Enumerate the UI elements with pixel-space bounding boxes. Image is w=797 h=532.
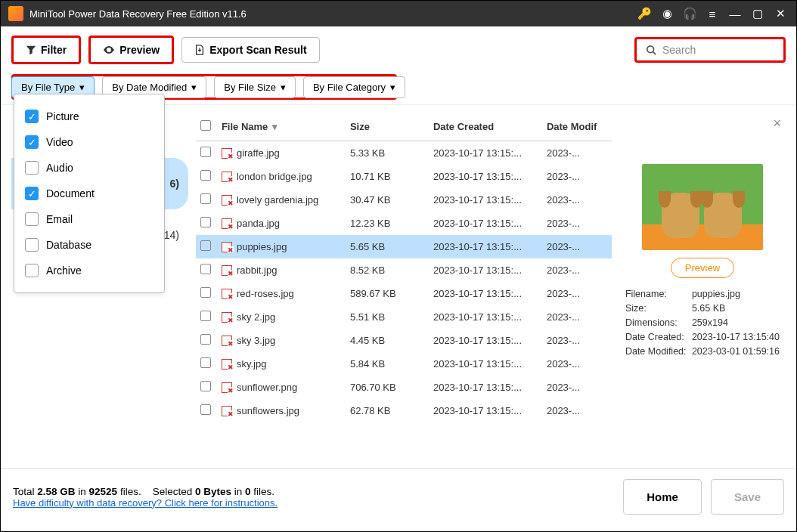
checkbox-icon[interactable] bbox=[25, 212, 39, 226]
file-name: sky.jpg bbox=[237, 358, 267, 370]
close-preview-button[interactable]: × bbox=[773, 116, 781, 131]
sort-icon[interactable]: ▾ bbox=[272, 121, 278, 132]
status-bar: Total 2.58 GB in 92525 files. Selected 0… bbox=[1, 468, 796, 525]
file-size: 5.65 KB bbox=[350, 241, 433, 252]
disc-icon[interactable]: ◉ bbox=[659, 5, 675, 22]
minimize-button[interactable]: — bbox=[727, 5, 743, 22]
app-title: MiniTool Power Data Recovery Free Editio… bbox=[29, 8, 630, 20]
help-link[interactable]: Have difficulty with data recovery? Clic… bbox=[13, 497, 278, 509]
meta-modified-label: Date Modified: bbox=[625, 346, 692, 357]
checkbox-icon[interactable]: ✓ bbox=[25, 187, 39, 200]
home-button[interactable]: Home bbox=[623, 479, 702, 515]
filetype-option-label: Picture bbox=[46, 110, 79, 122]
file-icon bbox=[222, 265, 232, 276]
row-checkbox[interactable] bbox=[200, 357, 211, 368]
row-checkbox[interactable] bbox=[200, 193, 211, 204]
row-checkbox[interactable] bbox=[200, 240, 211, 251]
file-row[interactable]: sunflower.png 706.70 KB 2023-10-17 13:15… bbox=[196, 376, 612, 399]
file-created: 2023-10-17 13:15:... bbox=[433, 171, 547, 182]
filetype-option-database[interactable]: Database bbox=[25, 232, 154, 258]
file-row[interactable]: panda.jpg 12.23 KB 2023-10-17 13:15:... … bbox=[196, 212, 612, 235]
open-preview-button[interactable]: Preview bbox=[671, 258, 734, 278]
row-checkbox[interactable] bbox=[200, 170, 211, 181]
export-button[interactable]: Export Scan Result bbox=[181, 37, 319, 63]
checkbox-icon[interactable] bbox=[25, 161, 39, 175]
close-button[interactable]: ✕ bbox=[772, 5, 789, 22]
filter-button[interactable]: Filter bbox=[11, 36, 81, 64]
file-size: 5.51 KB bbox=[350, 311, 433, 323]
row-checkbox[interactable] bbox=[200, 334, 211, 345]
key-icon[interactable]: 🔑 bbox=[636, 5, 653, 22]
file-row[interactable]: sky.jpg 5.84 KB 2023-10-17 13:15:... 202… bbox=[196, 352, 612, 376]
file-icon bbox=[222, 312, 232, 323]
row-checkbox[interactable] bbox=[200, 311, 211, 321]
file-created: 2023-10-17 13:15:... bbox=[433, 147, 547, 159]
filetype-option-video[interactable]: ✓Video bbox=[25, 129, 154, 155]
file-created: 2023-10-17 13:15:... bbox=[433, 218, 547, 229]
row-checkbox[interactable] bbox=[200, 381, 211, 391]
meta-modified-value: 2023-03-01 01:59:16 bbox=[692, 346, 780, 357]
file-row[interactable]: puppies.jpg 5.65 KB 2023-10-17 13:15:...… bbox=[196, 235, 612, 258]
filter-by-file-size[interactable]: By File Size ▾ bbox=[214, 76, 296, 98]
row-checkbox[interactable] bbox=[200, 264, 211, 274]
file-name: sky 2.jpg bbox=[237, 311, 275, 323]
file-row[interactable]: london bridge.jpg 10.71 KB 2023-10-17 13… bbox=[196, 165, 612, 188]
file-name: giraffe.jpg bbox=[237, 147, 280, 159]
headphones-icon[interactable]: 🎧 bbox=[681, 5, 698, 22]
file-modified: 2023-... bbox=[547, 288, 607, 299]
maximize-button[interactable]: ▢ bbox=[749, 5, 766, 22]
meta-filename-label: Filename: bbox=[625, 289, 692, 299]
file-row[interactable]: giraffe.jpg 5.33 KB 2023-10-17 13:15:...… bbox=[196, 141, 612, 165]
search-input[interactable]: Search bbox=[634, 37, 786, 63]
export-label: Export Scan Result bbox=[209, 44, 306, 56]
meta-created-label: Date Created: bbox=[625, 332, 692, 342]
filetype-option-picture[interactable]: ✓Picture bbox=[25, 104, 154, 129]
file-name: lovely gardenia.jpg bbox=[237, 194, 318, 206]
file-row[interactable]: sunflowers.jpg 62.78 KB 2023-10-17 13:15… bbox=[196, 399, 612, 422]
filetype-option-label: Archive bbox=[46, 264, 82, 277]
save-button[interactable]: Save bbox=[711, 479, 784, 515]
col-size[interactable]: Size bbox=[350, 121, 370, 132]
file-modified: 2023-... bbox=[547, 311, 607, 323]
eye-icon bbox=[103, 45, 115, 55]
file-row[interactable]: red-roses.jpg 589.67 KB 2023-10-17 13:15… bbox=[196, 282, 612, 305]
row-checkbox[interactable] bbox=[200, 404, 211, 415]
file-modified: 2023-... bbox=[547, 358, 607, 370]
preview-button[interactable]: Preview bbox=[88, 36, 174, 64]
filter-by-file-category[interactable]: By File Category ▾ bbox=[303, 76, 405, 98]
col-name[interactable]: File Name bbox=[222, 121, 268, 132]
filetype-option-archive[interactable]: Archive bbox=[25, 258, 154, 283]
file-size: 4.45 KB bbox=[350, 335, 433, 346]
preview-pane: × Preview Filename: puppies.jpg Size: 5.… bbox=[619, 113, 786, 460]
row-checkbox[interactable] bbox=[200, 217, 211, 227]
filetype-option-label: Database bbox=[46, 239, 91, 251]
file-row[interactable]: sky 3.jpg 4.45 KB 2023-10-17 13:15:... 2… bbox=[196, 329, 612, 352]
checkbox-icon[interactable] bbox=[25, 264, 39, 277]
file-size: 5.33 KB bbox=[350, 147, 433, 159]
filetype-option-audio[interactable]: Audio bbox=[25, 155, 154, 181]
col-created[interactable]: Date Created bbox=[433, 121, 494, 132]
search-placeholder: Search bbox=[662, 44, 696, 56]
file-modified: 2023-... bbox=[547, 147, 607, 159]
filetype-option-email[interactable]: Email bbox=[25, 206, 154, 232]
menu-icon[interactable]: ≡ bbox=[704, 5, 721, 22]
file-row[interactable]: sky 2.jpg 5.51 KB 2023-10-17 13:15:... 2… bbox=[196, 305, 612, 329]
file-row[interactable]: lovely gardenia.jpg 30.47 KB 2023-10-17 … bbox=[196, 188, 612, 212]
file-row[interactable]: rabbit.jpg 8.52 KB 2023-10-17 13:15:... … bbox=[196, 258, 612, 282]
meta-created-value: 2023-10-17 13:15:40 bbox=[692, 332, 780, 342]
col-modified[interactable]: Date Modif bbox=[547, 121, 597, 132]
file-modified: 2023-... bbox=[547, 241, 607, 252]
search-icon bbox=[646, 45, 656, 55]
filetype-option-document[interactable]: ✓Document bbox=[25, 181, 154, 206]
checkbox-icon[interactable] bbox=[25, 238, 39, 252]
checkbox-icon[interactable]: ✓ bbox=[25, 110, 39, 123]
checkbox-icon[interactable]: ✓ bbox=[25, 135, 39, 149]
row-checkbox[interactable] bbox=[200, 147, 211, 157]
row-checkbox[interactable] bbox=[200, 287, 211, 298]
select-all-checkbox[interactable] bbox=[200, 120, 211, 131]
file-name: red-roses.jpg bbox=[237, 288, 294, 299]
file-name: rabbit.jpg bbox=[237, 264, 277, 276]
file-icon bbox=[222, 195, 232, 206]
filetype-option-label: Document bbox=[46, 187, 95, 200]
filter-type-label: By File Type bbox=[21, 82, 75, 93]
